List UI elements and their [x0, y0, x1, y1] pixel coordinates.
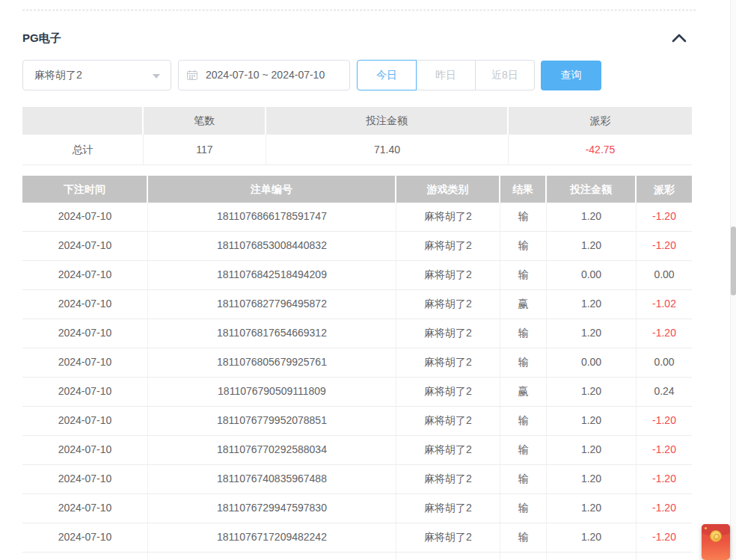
cell-bet-time: 2024-07-10	[22, 348, 148, 377]
cell-bet-id: 1811076866178591747	[148, 203, 396, 231]
cell-game-type: 麻将胡了2	[396, 494, 500, 523]
vertical-scrollbar-thumb[interactable]	[731, 227, 736, 295]
cell-payout: -1.20	[637, 553, 692, 560]
summary-total-bet-amount: 71.40	[266, 135, 509, 164]
cell-result: 输	[500, 523, 547, 552]
header-bet-amount: 投注金额	[547, 176, 637, 203]
vertical-scrollbar-track[interactable]	[730, 0, 736, 560]
caret-down-icon	[153, 74, 160, 79]
last-8-days-button[interactable]: 近8日	[475, 60, 535, 90]
cell-bet-amount: 1.20	[547, 232, 637, 260]
cell-bet-amount: 1.20	[547, 290, 637, 319]
calendar-icon	[187, 70, 197, 80]
cell-bet-amount: 1.20	[547, 465, 637, 493]
cell-game-type: 麻将胡了2	[396, 378, 500, 406]
date-range-value: 2024-07-10 ~ 2024-07-10	[206, 69, 325, 81]
cell-game-type: 麻将胡了2	[396, 465, 500, 493]
bet-row: 2024-07-101811076706736318976麻将胡了2输1.20-…	[22, 553, 692, 560]
cell-bet-amount: 1.20	[547, 203, 637, 231]
cell-bet-time: 2024-07-10	[22, 553, 148, 560]
cell-bet-amount: 0.00	[547, 261, 637, 289]
yesterday-button[interactable]: 昨日	[416, 60, 476, 90]
cell-bet-id: 1811076740835967488	[148, 465, 396, 493]
cell-result: 输	[500, 407, 547, 435]
search-button[interactable]: 查询	[541, 61, 601, 90]
today-button[interactable]: 今日	[357, 60, 417, 90]
gold-coin-icon	[710, 530, 722, 542]
cell-bet-time: 2024-07-10	[22, 378, 148, 406]
collapse-panel-button[interactable]	[670, 31, 688, 46]
section-divider	[22, 10, 696, 10]
quick-range-group: 今日 昨日 近8日	[357, 60, 535, 90]
cell-bet-amount: 1.20	[547, 494, 637, 523]
cell-game-type: 麻将胡了2	[396, 407, 500, 435]
cell-bet-amount: 1.20	[547, 553, 637, 560]
cell-bet-amount: 1.20	[547, 436, 637, 464]
cell-game-type: 麻将胡了2	[396, 523, 500, 552]
cell-bet-time: 2024-07-10	[22, 203, 148, 231]
cell-game-type: 麻将胡了2	[396, 290, 500, 319]
cell-game-type: 麻将胡了2	[396, 261, 500, 289]
bet-table-header-row: 下注时间 注单编号 游戏类别 结果 投注金额 派彩	[22, 176, 692, 203]
cell-result: 输	[500, 553, 547, 560]
red-envelope-icon[interactable]	[702, 524, 730, 560]
cell-result: 输	[500, 494, 547, 523]
cell-bet-id: 1811076853008440832	[148, 232, 396, 260]
cell-bet-id: 1811076805679925761	[148, 348, 396, 377]
cell-bet-time: 2024-07-10	[22, 319, 148, 348]
bet-row: 2024-07-101811076853008440832麻将胡了2输1.20-…	[22, 232, 692, 261]
cell-bet-id: 1811076842518494209	[148, 261, 396, 289]
cell-result: 输	[500, 465, 547, 493]
cell-result: 赢	[500, 290, 547, 319]
date-range-input[interactable]: 2024-07-10 ~ 2024-07-10	[178, 60, 350, 90]
bet-row: 2024-07-101811076779952078851麻将胡了2输1.20-…	[22, 407, 692, 436]
summary-header-row: 笔数 投注金额 派彩	[22, 107, 692, 135]
bet-row: 2024-07-101811076770292588034麻将胡了2输1.20-…	[22, 436, 692, 465]
cell-result: 输	[500, 319, 547, 348]
bet-row: 2024-07-101811076805679925761麻将胡了2输0.000…	[22, 348, 692, 378]
bet-records-page: PG电子 麻将胡了2 2024-07-10 ~ 2024-07-10 今日 昨日…	[0, 0, 736, 560]
cell-game-type: 麻将胡了2	[396, 203, 500, 231]
summary-header-count: 笔数	[144, 107, 266, 135]
panel-title: PG电子	[22, 31, 61, 46]
chevron-up-icon	[671, 32, 687, 44]
cell-bet-time: 2024-07-10	[22, 232, 148, 260]
cell-result: 输	[500, 348, 547, 377]
cell-payout: -1.20	[637, 436, 692, 464]
cell-payout: -1.20	[637, 319, 692, 348]
cell-bet-time: 2024-07-10	[22, 465, 148, 493]
cell-bet-time: 2024-07-10	[22, 523, 148, 552]
cell-game-type: 麻将胡了2	[396, 348, 500, 377]
cell-game-type: 麻将胡了2	[396, 553, 500, 560]
cell-bet-amount: 1.20	[547, 319, 637, 348]
cell-payout: -1.20	[637, 465, 692, 493]
cell-bet-id: 1811076717209482242	[148, 523, 396, 552]
cell-bet-id: 1811076827796495872	[148, 290, 396, 319]
cell-game-type: 麻将胡了2	[396, 436, 500, 464]
bet-row: 2024-07-101811076817654669312麻将胡了2输1.20-…	[22, 319, 692, 348]
cell-payout: -1.20	[637, 523, 692, 552]
summary-total-payout: -42.75	[509, 135, 692, 164]
cell-bet-id: 1811076790509111809	[148, 378, 396, 406]
game-select[interactable]: 麻将胡了2	[22, 60, 171, 90]
cell-bet-amount: 1.20	[547, 407, 637, 435]
summary-total-label: 总计	[22, 135, 144, 164]
cell-result: 输	[500, 261, 547, 289]
header-result: 结果	[500, 176, 547, 203]
summary-header-bet-amount: 投注金额	[266, 107, 509, 135]
bet-row: 2024-07-101811076866178591747麻将胡了2输1.20-…	[22, 203, 692, 232]
cell-payout: 0.00	[637, 261, 692, 289]
cell-bet-id: 1811076817654669312	[148, 319, 396, 348]
bet-row: 2024-07-101811076790509111809麻将胡了2赢1.200…	[22, 378, 692, 407]
bet-row: 2024-07-101811076740835967488麻将胡了2输1.20-…	[22, 465, 692, 494]
cell-bet-time: 2024-07-10	[22, 494, 148, 523]
header-bet-time: 下注时间	[22, 176, 148, 203]
cell-bet-time: 2024-07-10	[22, 436, 148, 464]
cell-bet-amount: 0.00	[547, 348, 637, 377]
summary-header-payout: 派彩	[509, 107, 692, 135]
cell-payout: -1.20	[637, 494, 692, 523]
summary-total-count: 117	[144, 135, 266, 164]
game-select-value: 麻将胡了2	[34, 69, 82, 81]
cell-payout: -1.20	[637, 407, 692, 435]
bet-row: 2024-07-101811076842518494209麻将胡了2输0.000…	[22, 261, 692, 290]
